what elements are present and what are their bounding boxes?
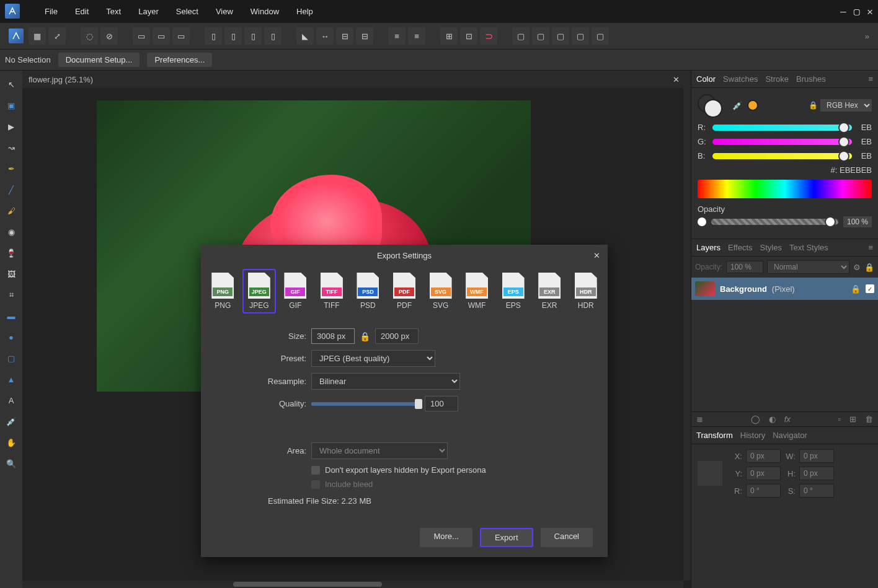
toolbar-btn[interactable]: ⊘ [100, 27, 118, 45]
opacity-slider[interactable] [711, 219, 838, 225]
menu-text[interactable]: Text [106, 7, 121, 16]
toolbar-btn[interactable]: ▯ [205, 27, 222, 45]
trash-icon[interactable]: 🗑 [865, 415, 873, 424]
menu-window[interactable]: Window [251, 7, 279, 16]
format-psd[interactable]: PSDPSD [351, 269, 385, 314]
triangle-tool-icon[interactable]: ▲ [2, 371, 20, 388]
tab-history[interactable]: History [740, 431, 765, 440]
maximize-button[interactable]: ▢ [854, 6, 860, 17]
toolbar-btn[interactable]: ▢ [572, 27, 589, 45]
toolbar-btn[interactable]: ▭ [133, 27, 150, 45]
toolbar-btn[interactable]: ⊟ [336, 27, 353, 45]
lock-aspect-icon[interactable]: 🔒 [360, 331, 370, 341]
format-jpeg[interactable]: JPEGJPEG [242, 269, 277, 314]
width-input[interactable] [311, 328, 355, 344]
resample-select[interactable]: Bilinear [311, 373, 460, 390]
add-icon[interactable]: ▫ [838, 415, 841, 424]
dialog-close-icon[interactable]: ✕ [593, 251, 600, 260]
hand-tool-icon[interactable]: ✋ [2, 434, 20, 451]
toolbar-btn[interactable]: ▭ [172, 27, 190, 45]
close-button[interactable]: ✕ [867, 6, 873, 17]
menu-file[interactable]: File [45, 7, 58, 16]
h-input[interactable] [799, 467, 834, 480]
b-slider[interactable] [712, 153, 852, 159]
tab-transform[interactable]: Transform [696, 431, 733, 440]
tab-color[interactable]: Color [696, 74, 716, 84]
format-wmf[interactable]: WMFWMF [460, 269, 494, 314]
toolbar-btn[interactable]: ◣ [296, 27, 314, 45]
text-tool-icon[interactable]: A [2, 392, 20, 409]
menu-edit[interactable]: Edit [75, 7, 89, 16]
snap-grid-icon[interactable]: ⊞ [440, 27, 458, 45]
tab-brushes[interactable]: Brushes [796, 74, 826, 84]
scrollbar-vertical[interactable] [683, 88, 691, 581]
r-slider[interactable] [712, 125, 852, 131]
toolbar-btn[interactable]: ▢ [592, 27, 609, 45]
panel-menu-icon[interactable]: ≡ [868, 74, 873, 84]
tab-navigator[interactable]: Navigator [773, 431, 807, 440]
r-input[interactable] [746, 484, 781, 498]
toolbar-btn[interactable]: ⤢ [48, 27, 66, 45]
fill-color-circle[interactable] [704, 99, 722, 118]
ellipse-tool-icon[interactable]: ● [2, 328, 20, 346]
g-slider[interactable] [712, 139, 852, 145]
quality-slider[interactable] [311, 402, 420, 406]
tab-close-icon[interactable]: ✕ [673, 75, 680, 84]
toolbar-btn[interactable]: ▭ [153, 27, 170, 45]
cancel-button[interactable]: Cancel [541, 528, 593, 547]
blend-mode-select[interactable]: Normal [767, 260, 849, 274]
toolbar-btn[interactable]: ▯ [244, 27, 262, 45]
menu-help[interactable]: Help [296, 7, 313, 16]
w-input[interactable] [799, 449, 834, 463]
gear-icon[interactable]: ⚙ [853, 263, 861, 272]
magnet-icon[interactable]: ⊃ [480, 27, 497, 45]
quality-input[interactable] [425, 396, 458, 411]
snap-icon[interactable]: ⊡ [460, 27, 477, 45]
pen-tool-icon[interactable]: ↝ [2, 139, 20, 156]
tab-effects[interactable]: Effects [728, 243, 753, 252]
format-tiff[interactable]: TIFFTIFF [315, 269, 349, 314]
move-tool-icon[interactable]: ↖ [2, 76, 20, 93]
rect-tool-icon[interactable]: ▬ [2, 307, 20, 325]
colorwheel-tool-icon[interactable]: ◉ [2, 223, 20, 240]
toolbar-btn[interactable]: ≡ [388, 27, 406, 45]
lock-icon[interactable]: 🔒 [809, 101, 818, 110]
layer-opacity-input[interactable] [726, 261, 763, 273]
y-input[interactable] [746, 467, 781, 480]
format-eps[interactable]: EPSEPS [496, 269, 530, 314]
export-button[interactable]: Export [480, 528, 533, 547]
menu-layer[interactable]: Layer [138, 7, 159, 16]
toolbar-btn[interactable]: ◌ [81, 27, 98, 45]
height-input[interactable] [375, 328, 419, 344]
grid-icon[interactable]: ⊞ [849, 415, 856, 424]
scrollbar-horizontal[interactable] [22, 581, 683, 588]
brush-tool-icon[interactable]: ╱ [2, 181, 20, 198]
menu-view[interactable]: View [216, 7, 233, 16]
pen2-tool-icon[interactable]: ✒ [2, 160, 20, 177]
image-tool-icon[interactable]: 🖼 [2, 265, 20, 283]
node-tool-icon[interactable]: ▶ [2, 118, 20, 135]
mask-icon[interactable]: ◯ [751, 415, 760, 424]
anchor-widget[interactable] [698, 461, 722, 486]
layer-row[interactable]: Background (Pixel) 🔒 ✓ [691, 278, 878, 300]
zoom-tool-icon[interactable]: 🔍 [2, 455, 20, 472]
preferences-button[interactable]: Preferences... [147, 53, 212, 67]
scrollbar-thumb[interactable] [233, 582, 382, 587]
format-pdf[interactable]: PDFPDF [388, 269, 422, 314]
glass-tool-icon[interactable]: 🍷 [2, 244, 20, 261]
toolbar-btn[interactable]: ▢ [512, 27, 530, 45]
toolbar-btn[interactable]: ▦ [29, 27, 46, 45]
spectrum-picker[interactable] [698, 180, 872, 198]
minimize-button[interactable]: — [840, 6, 846, 17]
format-png[interactable]: PNGPNG [206, 269, 240, 314]
area-select[interactable]: Whole document [311, 442, 448, 459]
toolbar-btn[interactable]: ≡ [408, 27, 425, 45]
toolbar-btn[interactable]: ⊟ [356, 27, 373, 45]
dont-export-checkbox[interactable] [311, 466, 320, 475]
panel-menu-icon[interactable]: ≡ [868, 243, 873, 252]
toolbar-btn[interactable]: ▯ [224, 27, 242, 45]
opacity-value[interactable]: 100 % [843, 216, 872, 227]
roundrect-tool-icon[interactable]: ▢ [2, 349, 20, 367]
eyedropper-icon[interactable]: 💉 [732, 101, 742, 110]
toolbar-btn[interactable]: ▯ [264, 27, 282, 45]
